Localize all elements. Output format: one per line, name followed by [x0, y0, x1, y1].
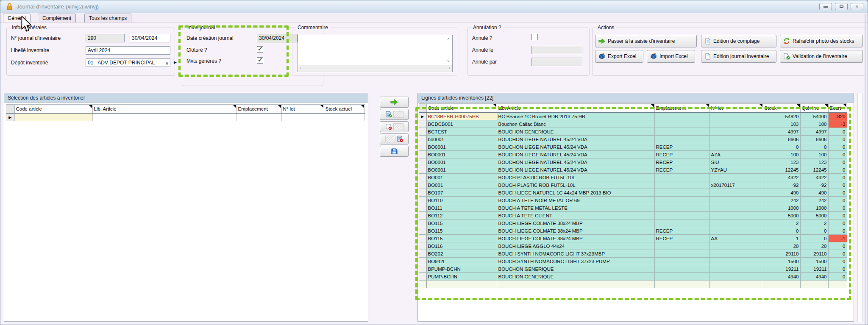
title-bar[interactable]: Journal d'inventaire (xinvj:a:winvj) ✕ — [0, 0, 868, 13]
depot-select[interactable]: 01 - ADV DEPOT PRINCIPAL ∨ — [86, 58, 170, 67]
cell-lib-article[interactable]: BOUCH SYNTH NOMACORC LIGHT 37x23 PUMP — [497, 258, 654, 265]
cell-emplacement[interactable] — [654, 204, 709, 212]
row-selector-icon[interactable]: ▶ — [419, 113, 426, 120]
cell-emplacement[interactable]: RECEP — [654, 151, 709, 158]
row-selector-icon[interactable] — [419, 258, 426, 265]
cell-lib-article[interactable]: BOUCH LIEGE NATUREL 1C 44x24 MBP 2013 BI… — [497, 189, 654, 197]
cell-code-article[interactable]: BO202 — [426, 250, 497, 258]
cell-no-lot[interactable] — [709, 204, 763, 212]
annule-par-field[interactable] — [531, 58, 582, 66]
cell-code-article[interactable]: BO001 — [426, 174, 497, 181]
row-selector-icon[interactable] — [419, 219, 426, 227]
cell-stock[interactable]: 100 — [763, 151, 800, 158]
cell-no-lot[interactable] — [709, 265, 763, 273]
cell-ecart[interactable]: -820 — [828, 113, 847, 120]
table-row[interactable]: BO115BOUCH LIEGE COLMATE 38x24 MBPRECEPA… — [419, 235, 847, 242]
mvts-checkbox[interactable] — [257, 57, 263, 64]
cell-emplacement[interactable] — [654, 273, 709, 281]
cell-emplacement[interactable] — [654, 128, 709, 136]
cell-emplacement[interactable]: RECEP — [654, 227, 709, 235]
cell[interactable] — [324, 114, 364, 121]
column-header[interactable]: Lib. Article — [92, 105, 236, 114]
cell-stock[interactable]: 242 — [763, 197, 800, 204]
edition-comptage-button[interactable]: Edition de comptage — [701, 35, 776, 47]
table-row[interactable]: BO001BOUCH PLASTIC ROB FUT5L-10L43224322… — [419, 174, 847, 181]
cell-emplacement[interactable] — [654, 250, 709, 258]
cell-ecart[interactable]: 0 — [828, 189, 847, 197]
table-row[interactable]: PUMP-BCHNBOUCHON GENERIQUE494049400 — [419, 273, 847, 281]
cell-lib-article[interactable]: BOUCHON GENERIQUE — [497, 128, 654, 136]
cell-stock[interactable]: 2 — [763, 219, 800, 227]
minimize-button[interactable] — [819, 3, 832, 10]
cell-stock[interactable]: 1000 — [763, 204, 800, 212]
cell-lib-article[interactable]: BOUCHON LIEGE NATUREL 45/24 VDA — [497, 151, 654, 158]
cell-stock[interactable]: 5000 — [763, 212, 800, 219]
cell-emplacement[interactable] — [654, 189, 709, 197]
cell-no-lot[interactable]: x20170117 — [709, 181, 763, 189]
cell-code-article[interactable]: BO110 — [426, 197, 497, 204]
table-row[interactable]: BCTESTBOUCHON GENERIQUE499749970 — [419, 128, 847, 136]
vertical-scrollbar-track[interactable] — [857, 93, 862, 322]
row-selector-icon[interactable] — [419, 174, 426, 181]
cell-ecart[interactable]: 0 — [828, 143, 847, 151]
table-row[interactable]: BO111BOUCH A TETE METAL LESTE100010000 — [419, 204, 847, 212]
cell-no-lot[interactable] — [709, 197, 763, 204]
cell-qte-inv[interactable]: 0 — [800, 235, 828, 242]
table-row[interactable]: BO112BOUCH A TETE CLIENT500050000 — [419, 212, 847, 219]
scroll-left-icon[interactable]: ‹ — [300, 65, 301, 71]
cell-qte-inv[interactable]: 20 — [800, 242, 828, 250]
uncheck-line-button[interactable] — [380, 121, 409, 132]
cell-code-article[interactable]: BO115 — [426, 235, 497, 242]
cell-ecart[interactable]: 0 — [828, 258, 847, 265]
row-selector-icon[interactable] — [419, 181, 426, 189]
chevron-down-icon[interactable]: ∨ — [165, 59, 169, 67]
import-excel-button[interactable]: Import Excel — [647, 50, 695, 63]
cell[interactable] — [236, 114, 281, 121]
cell-stock[interactable]: 0 — [763, 227, 800, 235]
tab-complement[interactable]: Complément — [38, 14, 76, 22]
cell-ecart[interactable]: 0 — [828, 181, 847, 189]
cell-lib-article[interactable]: BOUCHON GENERIQUE — [497, 273, 654, 281]
cell[interactable] — [92, 114, 236, 121]
validation-inventaire-button[interactable]: Validation de l'inventaire — [780, 50, 863, 63]
table-row[interactable]: BO001BOUCH PLASTIC ROB FUT5L-10Lx2017011… — [419, 181, 847, 189]
cell-qte-inv[interactable]: 123 — [800, 158, 828, 166]
cell-no-lot[interactable] — [709, 212, 763, 219]
cell-ecart[interactable]: 0 — [828, 273, 847, 281]
cell-lib-article[interactable]: BC Beaune 1C Brunet HDB 2013 75 HB — [497, 113, 654, 120]
delete-line-button[interactable] — [380, 133, 409, 144]
empty-row[interactable] — [419, 281, 847, 288]
cell-qte-inv[interactable]: 0 — [800, 227, 828, 235]
table-row[interactable]: BO0001BOUCHON LIEGE NATUREL 45/24 VDAREC… — [419, 166, 847, 174]
table-row[interactable]: BO202BOUCH SYNTH NOMACORC LIGHT 37x23MBP… — [419, 250, 847, 258]
cell[interactable] — [281, 114, 324, 121]
cell-qte-inv[interactable]: 1000 — [800, 204, 828, 212]
cell[interactable] — [497, 281, 654, 288]
row-selector-icon[interactable] — [419, 235, 426, 242]
cell-stock[interactable]: 20 — [763, 242, 800, 250]
cell[interactable] — [828, 281, 847, 288]
cell-emplacement[interactable]: RECEP — [654, 143, 709, 151]
cell-ecart[interactable]: 0 — [828, 151, 847, 158]
cell-code-article[interactable]: BO0001 — [426, 158, 497, 166]
cell-ecart[interactable]: 0 — [828, 166, 847, 174]
scroll-up-icon[interactable]: ∧ — [445, 36, 451, 42]
table-row[interactable]: BCDCB001Bouchon Callac Blanc103100-3 — [419, 120, 847, 128]
table-row[interactable]: BO115BOUCH LIEGE COLMATE 38x24 MBPRECEP0… — [419, 227, 847, 235]
row-selector-icon[interactable] — [419, 227, 426, 235]
cell-code-article[interactable]: BO942L — [426, 258, 497, 265]
row-selector-icon[interactable] — [419, 281, 426, 288]
cell-qte-inv[interactable]: 2 — [800, 219, 828, 227]
column-header[interactable]: N° lot — [709, 104, 763, 113]
row-selector-icon[interactable] — [419, 197, 426, 204]
table-row[interactable]: BO0001BOUCHON LIEGE NATUREL 45/24 VDAREC… — [419, 151, 847, 158]
cell-ecart[interactable]: 0 — [828, 242, 847, 250]
row-selector-icon[interactable]: ▶ — [6, 114, 14, 121]
table-row[interactable]: BO110BOUCH A TETE NOIR METAL OR 69242242… — [419, 197, 847, 204]
row-selector-icon[interactable] — [419, 250, 426, 258]
table-row[interactable]: BO0001BOUCHON LIEGE NATUREL 45/24 VDAREC… — [419, 158, 847, 166]
passer-saisie-button[interactable]: Passer à la saisie d'inventaire — [595, 35, 697, 47]
cell-qte-inv[interactable]: 19211 — [800, 265, 828, 273]
cell-qte-inv[interactable]: 5000 — [800, 212, 828, 219]
cell-qte-inv[interactable]: 12245 — [800, 166, 828, 174]
